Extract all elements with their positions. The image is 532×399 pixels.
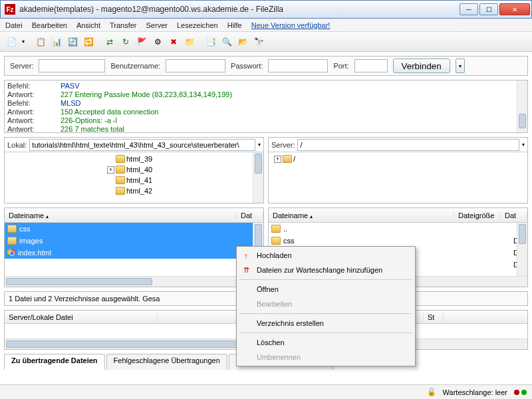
password-label: Passwort: <box>231 62 263 70</box>
list-item[interactable]: cssDat <box>269 235 527 247</box>
list-item[interactable]: .. <box>269 223 527 235</box>
local-tree[interactable]: html_39 +html_40 html_41 html_42 <box>5 152 263 203</box>
toggle-queue-button[interactable]: 🔄 <box>65 35 80 49</box>
expand-icon[interactable]: + <box>274 156 281 163</box>
connect-button[interactable]: Verbinden <box>393 59 450 73</box>
log-label: Antwort: <box>7 90 61 99</box>
menu-view[interactable]: Ansicht <box>76 21 100 29</box>
col-size[interactable]: Dateigröße <box>454 211 501 219</box>
list-hscrollbar[interactable] <box>5 276 263 287</box>
tree-item[interactable]: / <box>293 154 295 164</box>
menu-file[interactable]: Datei <box>5 21 23 29</box>
process-button[interactable]: ⇄ <box>102 35 117 49</box>
delete-icon[interactable]: ✖ <box>166 35 181 49</box>
menu-bookmarks[interactable]: Lesezeichen <box>177 21 218 29</box>
list-item[interactable]: index.html <box>5 247 263 259</box>
ctx-delete[interactable]: Löschen <box>238 335 414 350</box>
list-item[interactable]: css <box>5 223 263 235</box>
search-button[interactable]: 🔍 <box>219 35 234 49</box>
folder-icon <box>283 155 292 163</box>
menu-server[interactable]: Server <box>146 21 168 29</box>
password-input[interactable] <box>268 59 328 72</box>
folder-icon <box>116 155 125 163</box>
toggle-log-button[interactable]: 📋 <box>33 35 48 49</box>
folder-icon <box>116 176 125 184</box>
list-body[interactable]: css images index.html <box>5 223 263 276</box>
col-status[interactable]: St <box>424 313 444 321</box>
dropdown-icon[interactable]: ▾ <box>522 142 525 148</box>
tree-item[interactable]: html_41 <box>126 175 152 186</box>
log-label: Befehl: <box>7 82 61 90</box>
menu-transfer[interactable]: Transfer <box>110 21 137 29</box>
reconnect-button[interactable]: 📁 <box>182 35 197 49</box>
ctx-add-queue[interactable]: ⇈Dateien zur Warteschlange hinzufügen <box>238 263 414 277</box>
col-date[interactable]: Dat <box>501 211 527 219</box>
minimize-button[interactable]: ─ <box>460 3 478 15</box>
col-filename[interactable]: Dateiname ▴ <box>269 211 454 219</box>
menu-edit[interactable]: Bearbeiten <box>32 21 67 29</box>
tree-scrollbar[interactable] <box>253 152 263 203</box>
ctx-edit: Bearbeiten <box>238 297 414 311</box>
list-header: Dateiname ▴ Dateigröße Dat <box>269 208 527 223</box>
queue-status: Warteschlange: leer <box>443 388 507 396</box>
username-input[interactable] <box>166 59 225 72</box>
ctx-rename: Umbenennen <box>238 350 414 364</box>
remote-path-label: Server: <box>271 141 295 149</box>
list-scrollbar[interactable] <box>517 223 527 276</box>
disconnect-button[interactable]: ⚙ <box>150 35 165 49</box>
log-text: PASV <box>61 82 80 90</box>
col-filename[interactable]: Dateiname ▴ <box>5 211 237 219</box>
server-input[interactable] <box>39 59 105 72</box>
folder-icon <box>7 225 17 233</box>
dropdown-icon[interactable]: ▾ <box>258 142 261 148</box>
tree-item[interactable]: html_42 <box>126 186 152 196</box>
ctx-open[interactable]: Öffnen <box>238 282 414 297</box>
remote-path-input[interactable] <box>297 139 519 151</box>
remote-tree-pane: Server: ▾ +/ <box>268 137 528 203</box>
log-text: MLSD <box>61 99 81 108</box>
list-header: Dateiname ▴ Dat <box>5 208 263 223</box>
connect-history-dropdown[interactable]: ▾ <box>456 59 465 73</box>
close-button[interactable]: ✕ <box>499 3 530 15</box>
toolbar: 📄 ▾ 📋 📊 🔄 🔁 ⇄ ↻ 🚩 ⚙ ✖ 📁 📑 🔍 📂 🔭 <box>0 32 532 52</box>
list-item[interactable]: images <box>5 235 263 247</box>
ctx-mkdir[interactable]: Verzeichnis erstellen <box>238 316 414 331</box>
tab-pending[interactable]: Zu übertragende Dateien <box>4 354 105 370</box>
dropdown-icon[interactable]: ▾ <box>20 35 27 49</box>
context-menu: ↑Hochladen ⇈Dateien zur Warteschlange hi… <box>236 246 416 366</box>
tab-failed[interactable]: Fehlgeschlagene Übertragungen <box>106 354 227 370</box>
col-date[interactable]: Dat <box>237 211 263 219</box>
chrome-icon <box>7 249 15 257</box>
message-log[interactable]: Befehl:PASV Antwort:227 Entering Passive… <box>4 80 528 133</box>
tree-item[interactable]: html_40 <box>126 164 152 175</box>
col-serverfile[interactable]: Server/Lokale Datei <box>5 313 158 321</box>
maximize-button[interactable]: ☐ <box>479 3 498 15</box>
refresh-button[interactable]: 🔁 <box>81 35 96 49</box>
flag-icon[interactable]: 🚩 <box>134 35 149 49</box>
compare-button[interactable]: 📂 <box>235 35 250 49</box>
ctx-upload[interactable]: ↑Hochladen <box>238 248 414 263</box>
activity-indicator <box>514 390 527 395</box>
server-label: Server: <box>10 62 33 70</box>
cancel-button[interactable]: ↻ <box>118 35 133 49</box>
filter-button[interactable]: 📑 <box>203 35 218 49</box>
separator <box>239 279 412 280</box>
expand-icon[interactable]: + <box>107 166 114 174</box>
tree-item[interactable]: html_39 <box>126 154 152 164</box>
local-status: 1 Datei und 2 Verzeichnisse ausgewählt. … <box>4 291 264 306</box>
log-label: Antwort: <box>7 108 61 116</box>
local-path-input[interactable] <box>29 139 255 151</box>
sitemanager-button[interactable]: 📄 <box>4 35 19 49</box>
binoculars-icon[interactable]: 🔭 <box>251 35 266 49</box>
toggle-tree-button[interactable]: 📊 <box>49 35 64 49</box>
window-title: akademie(templates) - magento12@magento0… <box>19 5 460 14</box>
port-input[interactable] <box>354 59 388 72</box>
remote-tree[interactable]: +/ <box>269 152 527 203</box>
update-link[interactable]: Neue Version verfügbar! <box>251 21 331 29</box>
menu-help[interactable]: Hilfe <box>227 21 242 29</box>
log-text: 226 7 matches total <box>61 125 124 133</box>
app-icon: Fz <box>5 4 15 15</box>
log-scrollbar[interactable] <box>517 80 527 132</box>
lock-icon: 🔓 <box>427 388 436 396</box>
quickconnect-bar: Server: Benutzername: Passwort: Port: Ve… <box>4 56 528 76</box>
